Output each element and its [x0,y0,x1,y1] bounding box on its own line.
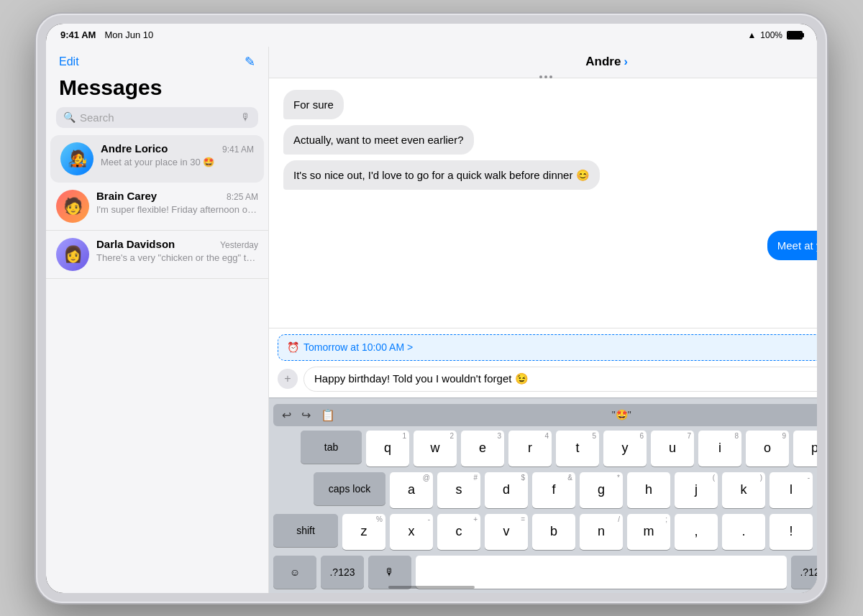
clock-icon: ⏰ [287,341,299,353]
key-f[interactable]: &f [532,472,575,508]
status-date: Mon Jun 10 [104,29,153,40]
add-attachment-button[interactable]: + [278,369,298,389]
ipad-device: 9:41 AM Mon Jun 10 ▲ 100% Edit ✎ [36,14,827,603]
key-m[interactable]: ;m [627,514,670,550]
battery-label: 100% [760,30,782,40]
conv-time-darla: Yesterday [220,240,258,250]
key-r[interactable]: 4r [508,431,552,466]
status-bar: 9:41 AM Mon Jun 10 ▲ 100% [46,24,817,47]
chevron-right-icon: › [624,55,627,68]
avatar-brain: 🧑 [56,190,89,223]
recipient-name: Andre [585,55,621,69]
bubble-5: Meet at your place in 30 🤩 [767,231,817,260]
key-q[interactable]: 1q [366,431,409,466]
conversation-item-andre[interactable]: 🧑‍🎤 Andre Lorico 9:41 AM Meet at your pl… [50,135,264,183]
header-dots [539,75,552,78]
bubble-3: It's so nice out, I'd love to go for a q… [283,160,600,190]
undo-icon[interactable]: ↩ [282,408,291,422]
conv-content-darla: Darla Davidson Yesterday There's a very … [96,238,258,265]
key-x[interactable]: -x [390,514,433,550]
emoji-key[interactable]: ☺ [273,556,316,589]
message-row-1: For sure [283,90,817,119]
search-icon: 🔍 [63,111,76,123]
redo-icon[interactable]: ↪ [301,408,311,422]
key-w[interactable]: 2w [414,431,457,466]
input-row: + ↑ [278,367,817,392]
conv-time-brain: 8:25 AM [227,192,258,202]
key-i[interactable]: 8i [698,431,741,466]
key-t[interactable]: 5t [556,431,599,466]
messages-container: For sure Actually, want to meet even ear… [269,78,817,328]
key-b[interactable]: b [532,514,575,550]
sidebar-header: Edit ✎ [46,47,268,74]
wifi-icon: ▲ [747,30,756,40]
tab-key[interactable]: tab [301,431,362,464]
scheduled-time-text[interactable]: Tomorrow at 10:00 AM > [303,341,413,353]
key-c[interactable]: +c [437,514,480,550]
key-p[interactable]: 0p [793,431,817,466]
app-container: Edit ✎ Messages 🔍 🎙 🧑‍🎤 [46,47,817,593]
symbols2-key[interactable]: .?123 [791,556,817,589]
messages-sidebar: Edit ✎ Messages 🔍 🎙 🧑‍🎤 [46,47,269,593]
keyboard-area: ↩ ↪ 📋 "🤩" ≡A tab [269,397,817,593]
chat-header: Andre › 📹 [269,47,817,78]
compose-area: ⏰ Tomorrow at 10:00 AM > ✕ + ↑ [269,328,817,397]
key-y[interactable]: 6y [603,431,647,466]
key-n[interactable]: /n [580,514,623,550]
conversation-item-darla[interactable]: 👩 Darla Davidson Yesterday There's a ver… [46,231,268,279]
conv-content-brain: Brain Carey 8:25 AM I'm super flexible! … [96,190,258,216]
key-row-2: caps lock @a #s $d [273,472,817,508]
key-z[interactable]: %z [342,514,385,550]
search-bar[interactable]: 🔍 🎙 [56,107,258,128]
key-s[interactable]: #s [437,472,480,508]
caps-lock-key[interactable]: caps lock [314,472,385,505]
key-v[interactable]: =v [485,514,528,550]
symbols-key[interactable]: .?123 [321,556,364,589]
status-time: 9:41 AM [60,29,96,40]
chat-area: Andre › 📹 For sure [269,47,817,593]
key-u[interactable]: 7u [651,431,694,466]
key-l[interactable]: -l [770,472,813,508]
toolbar-left: ↩ ↪ 📋 [282,408,335,422]
space-key[interactable] [416,556,787,589]
chat-header-center: Andre › [585,55,627,69]
search-input[interactable] [80,111,237,124]
conversation-item-brain[interactable]: 🧑 Brain Carey 8:25 AM I'm super flexible… [46,183,268,231]
keyboard-rows: tab 1q 2w 3e 4r [273,431,817,589]
key-comma[interactable]: , [675,514,718,550]
key-h[interactable]: h [627,472,670,508]
conv-name-brain: Brain Carey [96,190,157,202]
conv-content-andre: Andre Lorico 9:41 AM Meet at your place … [101,142,254,169]
microphone-key[interactable]: 🎙 [368,556,411,589]
conversation-list: 🧑‍🎤 Andre Lorico 9:41 AM Meet at your pl… [46,135,268,593]
key-o[interactable]: 9o [746,431,789,466]
conv-name-andre: Andre Lorico [101,142,168,155]
key-row-3: shift %z -x +c = [273,514,817,550]
key-k[interactable]: )k [722,472,765,508]
conv-preview-darla: There's a very "chicken or the egg" thin… [96,252,258,265]
key-row-bottom: ☺ .?123 🎙 .?123 𝒶 ⌨ [273,556,817,589]
scheduled-banner: ⏰ Tomorrow at 10:00 AM > ✕ [278,334,817,361]
edit-button[interactable]: Edit [59,55,79,68]
avatar-andre: 🧑‍🎤 [60,142,93,175]
shift-left-key[interactable]: shift [273,514,338,547]
bubble-2: Actually, want to meet even earlier? [283,125,474,155]
microphone-icon[interactable]: 🎙 [241,111,251,123]
ipad-screen: 9:41 AM Mon Jun 10 ▲ 100% Edit ✎ [46,24,817,593]
key-a[interactable]: @a [390,472,433,508]
paste-icon[interactable]: 📋 [321,408,335,422]
key-e[interactable]: 3e [461,431,504,466]
keyboard-toolbar: ↩ ↪ 📋 "🤩" ≡A [273,404,817,426]
compose-icon[interactable]: ✎ [245,54,255,70]
avatar-darla: 👩 [56,238,89,271]
key-j[interactable]: (j [675,472,718,508]
key-g[interactable]: *g [580,472,623,508]
dot2 [544,75,547,78]
message-input[interactable] [303,367,817,392]
message-row-3: It's so nice out, I'd love to go for a q… [283,160,817,190]
key-exclaim[interactable]: ! [770,514,813,550]
sidebar-title: Messages [46,74,268,107]
key-d[interactable]: $d [485,472,528,508]
key-period[interactable]: . [722,514,765,550]
conv-name-darla: Darla Davidson [96,238,175,250]
